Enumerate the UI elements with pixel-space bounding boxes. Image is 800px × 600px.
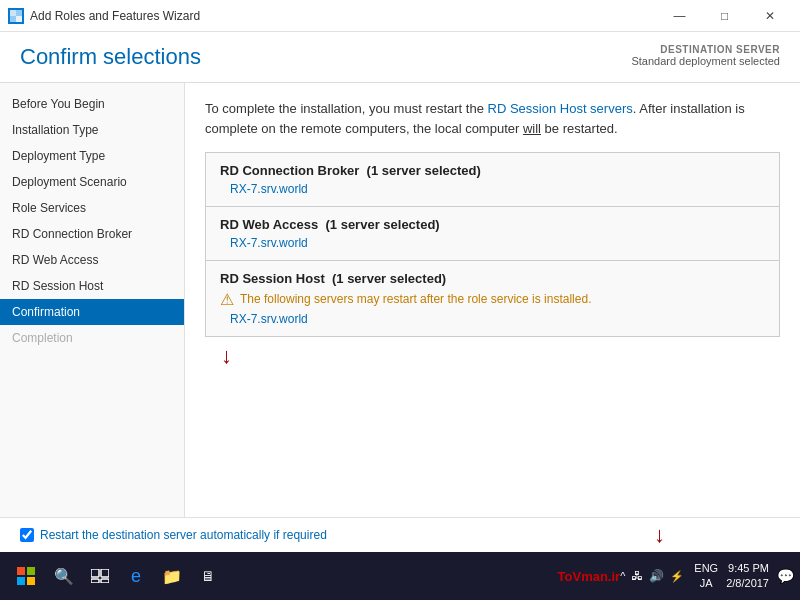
clock-time: 9:45 PM [726,561,769,576]
ie-icon[interactable]: e [118,558,154,594]
close-button[interactable]: ✕ [747,0,792,32]
main-panel: To complete the installation, you must r… [185,83,800,517]
server-manager-icon[interactable]: 🖥 [190,558,226,594]
role-box-rd-session-host: RD Session Host (1 server selected) ⚠ Th… [205,261,780,337]
svg-rect-7 [27,577,35,585]
svg-rect-11 [101,579,109,583]
task-view-icon[interactable] [82,558,118,594]
volume-icon[interactable]: 🔊 [649,569,664,583]
svg-rect-2 [10,16,16,22]
page-title: Confirm selections [20,44,201,70]
restart-checkbox-label[interactable]: Restart the destination server automatic… [40,528,327,542]
deploy-arrow-icon: ↓ [654,522,665,548]
app-icon [8,8,24,24]
sidebar-item-rd-web-access[interactable]: RD Web Access [0,247,184,273]
svg-rect-6 [17,577,25,585]
warning-row: ⚠ The following servers may restart afte… [220,292,765,308]
search-taskbar-icon[interactable]: 🔍 [46,558,82,594]
title-bar-text: Add Roles and Features Wizard [30,9,657,23]
svg-rect-8 [91,569,99,577]
svg-rect-9 [101,569,109,577]
sys-tray-icons: ^ 🖧 🔊 ⚡ [620,569,684,583]
role-server-rd-session-host[interactable]: RX-7.srv.world [230,312,765,326]
folder-icon[interactable]: 📁 [154,558,190,594]
title-bar: Add Roles and Features Wizard — □ ✕ [0,0,800,32]
svg-rect-5 [27,567,35,575]
warning-text: The following servers may restart after … [240,292,591,306]
sidebar-item-deployment-type[interactable]: Deployment Type [0,143,184,169]
svg-rect-1 [16,10,22,16]
arrow-down-icon: ↓ [221,343,780,369]
action-center-icon[interactable]: 💬 [777,568,794,584]
minimize-button[interactable]: — [657,0,702,32]
language-indicator[interactable]: ENGJA [694,561,718,592]
svg-rect-4 [17,567,25,575]
checkbox-area: Restart the destination server automatic… [0,517,800,552]
svg-rect-0 [10,10,16,16]
sidebar-item-completion: Completion [0,325,184,351]
highlight-rd-session-host: RD Session Host servers [488,101,633,116]
watermark: ToVman.ir [558,569,621,584]
taskbar: 🔍 e 📁 🖥 ToVman.ir ^ 🖧 🔊 ⚡ ENGJA 9:45 PM … [0,552,800,600]
sidebar-item-role-services[interactable]: Role Services [0,195,184,221]
role-title-rd-web-access: RD Web Access (1 server selected) [220,217,765,232]
info-text: To complete the installation, you must r… [205,99,780,138]
role-title-rd-session-host: RD Session Host (1 server selected) [220,271,765,286]
network-icon: 🖧 [631,569,643,583]
sidebar: Before You Begin Installation Type Deplo… [0,83,185,517]
role-box-rd-connection-broker: RD Connection Broker (1 server selected)… [205,152,780,207]
maximize-button[interactable]: □ [702,0,747,32]
destination-label: DESTINATION SERVER [631,44,780,55]
role-server-rd-connection-broker[interactable]: RX-7.srv.world [230,182,765,196]
role-server-rd-web-access[interactable]: RX-7.srv.world [230,236,765,250]
sidebar-item-before-you-begin[interactable]: Before You Begin [0,91,184,117]
highlight-will: will [523,121,541,136]
wizard-body: Confirm selections DESTINATION SERVER St… [0,32,800,552]
svg-rect-3 [16,16,22,22]
chevron-up-icon[interactable]: ^ [620,570,625,582]
sidebar-item-rd-session-host[interactable]: RD Session Host [0,273,184,299]
window-controls: — □ ✕ [657,0,792,32]
svg-rect-10 [91,579,99,583]
warning-icon: ⚠ [220,292,234,308]
taskbar-right: ^ 🖧 🔊 ⚡ ENGJA 9:45 PM 2/8/2017 💬 [620,561,794,592]
wizard-content: Before You Begin Installation Type Deplo… [0,83,800,517]
system-clock[interactable]: 9:45 PM 2/8/2017 [726,561,769,592]
sidebar-item-confirmation[interactable]: Confirmation [0,299,184,325]
destination-value: Standard deployment selected [631,55,780,67]
sidebar-item-installation-type[interactable]: Installation Type [0,117,184,143]
destination-info: DESTINATION SERVER Standard deployment s… [631,44,780,67]
sidebar-item-deployment-scenario[interactable]: Deployment Scenario [0,169,184,195]
sidebar-item-rd-connection-broker[interactable]: RD Connection Broker [0,221,184,247]
clock-date: 2/8/2017 [726,576,769,591]
start-button[interactable] [6,556,46,596]
role-box-rd-web-access: RD Web Access (1 server selected) RX-7.s… [205,207,780,261]
battery-icon: ⚡ [670,570,684,583]
restart-checkbox[interactable] [20,528,34,542]
role-boxes: RD Connection Broker (1 server selected)… [205,152,780,337]
wizard-header: Confirm selections DESTINATION SERVER St… [0,32,800,83]
role-title-rd-connection-broker: RD Connection Broker (1 server selected) [220,163,765,178]
